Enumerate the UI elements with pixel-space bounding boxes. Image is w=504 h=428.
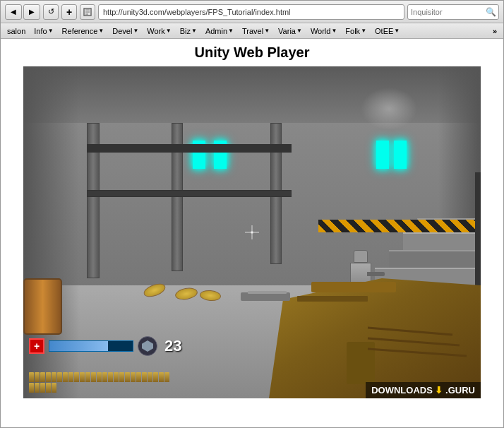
address-bar[interactable]: http://unity3d.com/webplayers/FPS_Tutori… [98,4,404,20]
back-button[interactable]: ◀ [5,4,22,20]
browser-toolbar: ◀ ▶ ↺ + http://unity3d.com/webplayers/FP… [1,1,503,23]
ammo-icons [29,372,170,393]
nav-more-button[interactable]: » [489,25,500,37]
ammo-bullet [91,372,96,382]
barrel [23,278,62,335]
navigation-bar: salon Info ▼ Reference ▼ Devel ▼ Work ▼ … [1,23,503,39]
bottom-beam [87,190,292,197]
ammo-bullet [40,372,45,382]
chevron-down-icon: ▼ [228,28,234,34]
watermark-text: DOWNLOADS ⬇ .GURU [371,385,475,396]
ammo-bullet [102,372,107,382]
warning-stripe [318,220,481,232]
ammo-bullet [125,372,130,382]
game-scene: + 23 [23,66,481,398]
chevron-down-icon: ▼ [133,28,138,34]
hud-bar: + 23 [29,336,181,356]
page-content: Unity Web Player [1,39,503,427]
chevron-down-icon: ▼ [264,28,270,34]
ammo-count: 23 [164,337,181,355]
url-text: http://unity3d.com/webplayers/FPS_Tutori… [103,8,291,16]
ammo-bullet [46,372,51,382]
ammo-bullet [131,372,136,382]
crosshair-dot [251,232,253,234]
chevron-down-icon: ▼ [48,28,54,34]
search-input[interactable] [408,8,484,16]
ammo-bullet [97,372,102,382]
ammo-bullet [57,372,62,382]
svg-rect-8 [248,291,287,294]
ammo-bullet [29,372,34,382]
ammo-bullet [119,372,124,382]
svg-rect-6 [297,296,368,302]
nav-item-folk[interactable]: Folk ▼ [342,25,370,37]
health-fill [49,341,108,351]
nav-item-salon[interactable]: salon [4,25,29,37]
svg-rect-5 [311,282,396,292]
armor-shape [142,340,153,352]
nav-item-varia[interactable]: Varia ▼ [275,25,306,37]
ammo-bullet [80,372,85,382]
ammo-bullet [52,383,56,393]
ammo-bullet [159,372,164,382]
new-tab-button[interactable]: + [61,4,77,20]
chevron-down-icon: ▼ [166,28,172,34]
ammo-bullet [63,372,68,382]
search-bar[interactable]: 🔍 [407,4,499,20]
browser-frame: ◀ ▶ ↺ + http://unity3d.com/webplayers/FP… [0,0,504,428]
chevron-down-icon: ▼ [191,28,197,34]
watermark: DOWNLOADS ⬇ .GURU [366,382,481,398]
page-title: Unity Web Player [194,44,309,61]
nav-item-otee[interactable]: OtEE ▼ [371,25,403,37]
nav-item-world[interactable]: World ▼ [307,25,340,37]
chevron-down-icon: ▼ [394,28,400,34]
nav-item-biz[interactable]: Biz ▼ [176,25,200,37]
health-bar [49,340,133,352]
ammo-bullet [35,372,40,382]
nav-item-info[interactable]: Info ▼ [30,25,56,37]
armor-icon [138,336,157,356]
nav-item-devel[interactable]: Devel ▼ [109,25,142,37]
ammo-bullet [85,372,90,382]
nav-item-work[interactable]: Work ▼ [143,25,174,37]
refresh-button[interactable]: ↺ [43,4,59,20]
chevron-down-icon: ▼ [98,28,104,34]
ammo-bullet [148,372,152,382]
ammo-bullet [142,372,147,382]
ammo-bullet [74,372,79,382]
window-light-3 [376,141,389,169]
chevron-down-icon: ▼ [361,28,366,34]
muzzle-smoke [361,88,417,130]
ammo-bullet [40,383,45,393]
ammo-bullet [35,383,40,393]
chevron-down-icon: ▼ [296,28,302,34]
ammo-bullet [68,372,73,382]
ammo-bullet [46,383,51,393]
ammo-bullet [108,372,113,382]
watermark-logo: ⬇ [433,385,445,396]
top-beam [87,144,292,153]
game-viewport[interactable]: + 23 [23,66,481,398]
ammo-bullet [52,372,56,382]
ammo-bullet [114,372,119,382]
nav-item-travel[interactable]: Travel ▼ [239,25,273,37]
nav-item-admin[interactable]: Admin ▼ [202,25,237,37]
ammo-bullet [153,372,158,382]
ammo-bullet [136,372,141,382]
window-light-4 [394,141,407,169]
nav-item-reference[interactable]: Reference ▼ [59,25,108,37]
ammo-bullet [164,372,169,382]
forward-button[interactable]: ▶ [23,4,40,20]
health-icon: + [29,338,44,354]
crosshair [245,225,259,239]
edit-button[interactable] [80,4,95,20]
ammo-bullet [29,383,34,393]
chevron-down-icon: ▼ [331,28,337,34]
